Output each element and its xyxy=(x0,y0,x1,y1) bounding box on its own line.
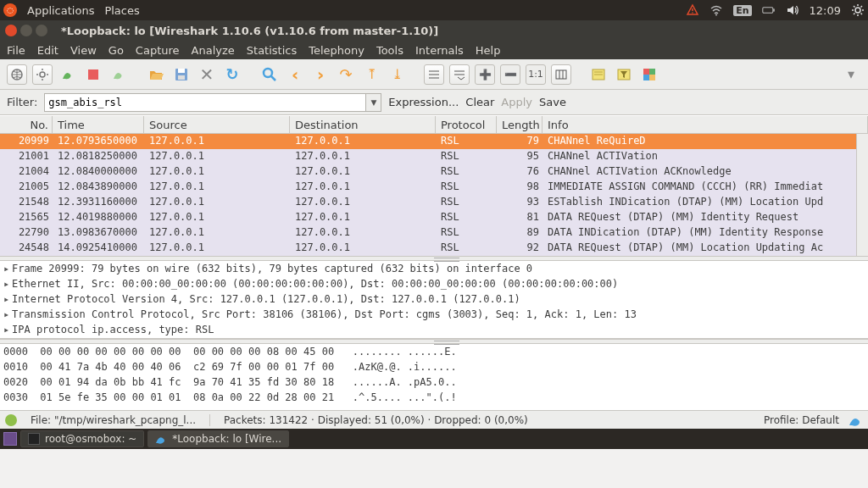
menu-edit[interactable]: Edit xyxy=(37,44,58,57)
places-menu[interactable]: Places xyxy=(104,4,139,17)
packet-list[interactable]: 2099912.0793650000127.0.0.1127.0.0.1RSL7… xyxy=(0,134,868,256)
packet-details-pane[interactable]: ▸Frame 20999: 79 bytes on wire (632 bits… xyxy=(0,261,868,339)
detail-line[interactable]: ▸Ethernet II, Src: 00:00:00_00:00:00 (00… xyxy=(3,278,865,293)
packet-row[interactable]: 2100112.0818250000127.0.0.1127.0.0.1RSL9… xyxy=(0,149,868,164)
ubuntu-logo-icon[interactable]: ◌ xyxy=(3,3,17,17)
task-terminal[interactable]: root@osmobox: ~ xyxy=(20,430,144,447)
packet-row[interactable]: 2100512.0843890000127.0.0.1127.0.0.1RSL9… xyxy=(0,180,868,195)
terminal-icon xyxy=(28,433,40,445)
menu-tools[interactable]: Tools xyxy=(376,44,403,57)
filter-dropdown-icon[interactable]: ▼ xyxy=(366,93,381,112)
pane-splitter-top[interactable] xyxy=(0,256,868,261)
network-wifi-icon[interactable] xyxy=(709,3,723,17)
interfaces-icon[interactable] xyxy=(7,64,27,85)
window-close-icon[interactable] xyxy=(5,25,17,36)
col-header-length[interactable]: Length xyxy=(497,116,542,133)
expert-info-icon[interactable] xyxy=(5,414,17,426)
detail-line[interactable]: ▸IPA protocol ip.access, type: RSL xyxy=(3,324,865,339)
packet-row[interactable]: 2156512.4019880000127.0.0.1127.0.0.1RSL8… xyxy=(0,210,868,225)
packet-row[interactable]: 2454814.0925410000127.0.0.1127.0.0.1RSL9… xyxy=(0,241,868,256)
svg-rect-41 xyxy=(649,75,655,80)
reload-icon[interactable]: ↻ xyxy=(222,64,242,85)
filter-expression-button[interactable]: Expression... xyxy=(388,96,459,108)
filter-save-button[interactable]: Save xyxy=(539,96,566,108)
menu-capture[interactable]: Capture xyxy=(136,44,180,57)
menu-statistics[interactable]: Statistics xyxy=(247,44,297,57)
packet-row[interactable]: 2100412.0840000000127.0.0.1127.0.0.1RSL7… xyxy=(0,164,868,180)
window-minimize-icon[interactable] xyxy=(20,25,32,36)
find-packet-icon[interactable] xyxy=(259,64,280,85)
go-first-icon[interactable]: ⤒ xyxy=(361,64,381,85)
restart-capture-icon[interactable] xyxy=(108,64,129,85)
hex-row[interactable]: 0030 01 5e fe 35 00 00 01 01 08 0a 00 22… xyxy=(3,391,865,407)
battery-icon[interactable] xyxy=(762,3,776,17)
volume-icon[interactable] xyxy=(786,3,799,17)
auto-scroll-icon[interactable] xyxy=(449,64,470,85)
menu-internals[interactable]: Internals xyxy=(415,44,464,57)
toolbar-overflow-icon[interactable]: ▾ xyxy=(841,64,861,85)
window-maximize-icon[interactable] xyxy=(36,25,47,36)
gnome-top-panel: ◌ Applications Places En 12:09 xyxy=(0,0,868,20)
window-titlebar[interactable]: *Loopback: lo [Wireshark 1.10.6 (v1.10.6… xyxy=(0,20,868,41)
packet-row[interactable]: 2279013.0983670000127.0.0.1127.0.0.1RSL8… xyxy=(0,225,868,241)
packet-list-scrollbar[interactable] xyxy=(856,134,868,256)
zoom-reset-icon[interactable]: 1:1 xyxy=(526,64,546,85)
statusbar: File: "/tmp/wireshark_pcapng_l... Packet… xyxy=(0,410,868,429)
go-last-icon[interactable]: ⤓ xyxy=(387,64,407,85)
svg-rect-22 xyxy=(178,69,185,73)
go-to-packet-icon[interactable]: ↷ xyxy=(336,64,356,85)
go-forward-icon[interactable]: › xyxy=(310,64,331,85)
show-desktop-icon[interactable] xyxy=(3,432,17,446)
capture-filters-icon[interactable] xyxy=(588,64,609,85)
menu-view[interactable]: View xyxy=(70,44,97,57)
menu-file[interactable]: File xyxy=(7,44,25,57)
status-profile[interactable]: Profile: Default xyxy=(764,414,839,426)
svg-rect-39 xyxy=(649,69,655,75)
svg-rect-23 xyxy=(178,75,185,80)
svg-rect-38 xyxy=(643,69,649,75)
hex-row[interactable]: 0000 00 00 00 00 00 00 00 00 00 00 00 00… xyxy=(3,346,865,361)
filter-clear-button[interactable]: Clear xyxy=(465,96,494,108)
resize-columns-icon[interactable] xyxy=(551,64,571,85)
col-header-info[interactable]: Info xyxy=(542,116,868,133)
zoom-out-icon[interactable]: ➖ xyxy=(500,64,520,85)
open-file-icon[interactable] xyxy=(146,64,166,85)
applications-menu[interactable]: Applications xyxy=(27,4,94,17)
col-header-source[interactable]: Source xyxy=(144,116,290,133)
packet-bytes-pane[interactable]: 0000 00 00 00 00 00 00 00 00 00 00 00 00… xyxy=(0,344,868,410)
col-header-dest[interactable]: Destination xyxy=(290,116,436,133)
go-back-icon[interactable]: ‹ xyxy=(285,64,305,85)
svg-line-12 xyxy=(854,14,855,15)
pane-splitter-bottom[interactable] xyxy=(0,339,868,344)
system-gear-icon[interactable] xyxy=(851,3,865,17)
packet-row[interactable]: 2099912.0793650000127.0.0.1127.0.0.1RSL7… xyxy=(0,134,868,149)
clock[interactable]: 12:09 xyxy=(810,4,841,17)
menu-telephony[interactable]: Telephony xyxy=(309,44,364,57)
col-header-protocol[interactable]: Protocol xyxy=(436,116,497,133)
packet-row[interactable]: 2154812.3931160000127.0.0.1127.0.0.1RSL9… xyxy=(0,195,868,210)
display-filters-icon[interactable] xyxy=(614,64,634,85)
col-header-time[interactable]: Time xyxy=(53,116,144,133)
filter-input[interactable] xyxy=(44,93,366,112)
detail-line[interactable]: ▸Transmission Control Protocol, Src Port… xyxy=(3,308,865,324)
stop-capture-icon[interactable] xyxy=(83,64,103,85)
detail-line[interactable]: ▸Internet Protocol Version 4, Src: 127.0… xyxy=(3,293,865,308)
options-icon[interactable] xyxy=(32,64,53,85)
menu-analyze[interactable]: Analyze xyxy=(192,44,235,57)
colorize-icon[interactable] xyxy=(424,64,444,85)
hex-row[interactable]: 0010 00 41 7a 4b 40 00 40 06 c2 69 7f 00… xyxy=(3,361,865,376)
zoom-in-icon[interactable]: ➕ xyxy=(475,64,495,85)
close-file-icon[interactable]: ✕ xyxy=(197,64,217,85)
task-wireshark[interactable]: *Loopback: lo [Wire... xyxy=(147,430,289,447)
menu-go[interactable]: Go xyxy=(108,44,124,57)
keyboard-layout-indicator[interactable]: En xyxy=(733,5,751,16)
detail-line[interactable]: ▸Frame 20999: 79 bytes on wire (632 bits… xyxy=(3,263,865,278)
coloring-rules-icon[interactable] xyxy=(639,64,659,85)
menu-help[interactable]: Help xyxy=(476,44,501,57)
start-capture-icon[interactable] xyxy=(58,64,78,85)
hex-row[interactable]: 0020 00 01 94 da 0b bb 41 fc 9a 70 41 35… xyxy=(3,376,865,391)
save-file-icon[interactable] xyxy=(171,64,192,85)
warning-indicator-icon[interactable] xyxy=(686,3,699,17)
col-header-no[interactable]: No. xyxy=(0,116,53,133)
filter-apply-button[interactable]: Apply xyxy=(501,96,532,108)
